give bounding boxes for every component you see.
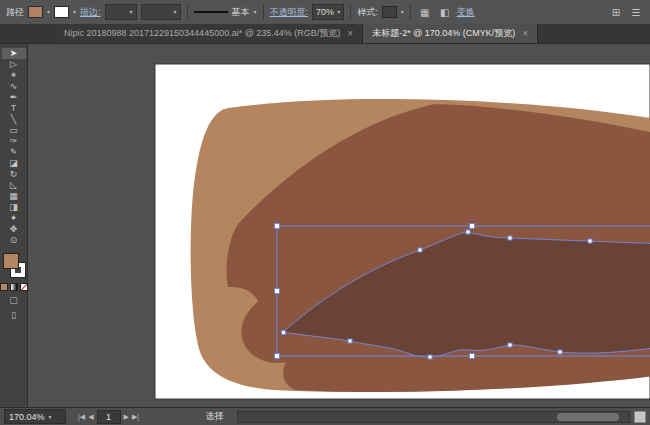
gradient-button[interactable] xyxy=(10,283,18,291)
horizontal-scrollbar[interactable] xyxy=(237,411,630,423)
anchor-point[interactable] xyxy=(282,331,286,335)
brush-stroke-preview xyxy=(194,11,228,13)
gradient-tool[interactable]: ◨ xyxy=(2,202,26,213)
brush-definition-label[interactable]: 基本 xyxy=(232,6,250,19)
opacity-mask-icon[interactable]: ◧ xyxy=(437,5,453,19)
scrollbar-thumb[interactable] xyxy=(557,413,619,421)
first-artboard-icon[interactable]: |◀ xyxy=(78,413,85,421)
selection-handle[interactable] xyxy=(275,224,280,229)
selection-handle[interactable] xyxy=(275,354,280,359)
document-tab-bar: Nipic 20180988 20171229150344445000.ai* … xyxy=(0,24,650,44)
opacity-panel-link[interactable]: 不透明度: xyxy=(270,6,309,19)
chevron-down-icon: ▾ xyxy=(174,9,177,15)
hand-tool[interactable]: ✥ xyxy=(2,224,26,235)
stroke-color-swatch[interactable] xyxy=(54,6,69,18)
screen-mode-button[interactable]: ▯ xyxy=(4,309,24,321)
anchor-point[interactable] xyxy=(508,236,512,240)
mesh-tool[interactable]: ▦ xyxy=(2,191,26,202)
draw-mode-button[interactable]: ▢ xyxy=(4,294,24,306)
chevron-down-icon: ▾ xyxy=(337,9,340,15)
eyedropper-tool[interactable]: ✦ xyxy=(2,213,26,224)
canvas-area[interactable] xyxy=(28,44,650,407)
close-icon[interactable]: × xyxy=(522,28,528,39)
artwork-svg xyxy=(28,44,650,407)
chevron-down-icon: ▾ xyxy=(130,9,133,15)
scale-tool[interactable]: ◺ xyxy=(2,180,26,191)
artboard-navigation: |◀ ◀ 1 ▶ ▶| xyxy=(78,410,139,424)
rectangle-tool[interactable]: ▭ xyxy=(2,125,26,136)
paintbrush-tool[interactable]: ✑ xyxy=(2,136,26,147)
brush-dropdown-arrow[interactable]: ▾ xyxy=(254,9,257,15)
resize-grip[interactable] xyxy=(634,411,646,423)
selection-handle[interactable] xyxy=(470,224,475,229)
anchor-point[interactable] xyxy=(558,350,562,354)
opacity-value: 70% xyxy=(316,7,334,17)
transform-panel-link[interactable]: 变换 xyxy=(457,6,475,19)
divider xyxy=(350,4,351,20)
document-tab-untitled2[interactable]: 未标题-2* @ 170.04% (CMYK/预览) × xyxy=(363,24,538,43)
anchor-point[interactable] xyxy=(348,339,352,343)
selection-tool[interactable]: ➤ xyxy=(2,48,26,59)
recolor-artwork-icon[interactable]: ▦ xyxy=(417,5,433,19)
document-tab-nipic[interactable]: Nipic 20180988 20171229150344445000.ai* … xyxy=(55,24,363,43)
style-dropdown-arrow[interactable]: ▾ xyxy=(401,9,404,15)
control-bar: 路径 ▾ ▾ 描边: ▾ ▾ 基本 ▾ 不透明度: 70%▾ 样式: ▾ ▦ ◧… xyxy=(0,0,650,25)
anchor-point[interactable] xyxy=(418,248,422,252)
eraser-tool[interactable]: ◪ xyxy=(2,158,26,169)
line-tool[interactable]: ╲ xyxy=(2,114,26,125)
arrange-documents-icon[interactable]: ⊞ xyxy=(608,5,624,19)
anchor-point[interactable] xyxy=(588,239,592,243)
last-artboard-icon[interactable]: ▶| xyxy=(132,413,139,421)
divider xyxy=(263,4,264,20)
divider xyxy=(187,4,188,20)
pencil-tool[interactable]: ✎ xyxy=(2,147,26,158)
status-bar: 170.04% ▾ |◀ ◀ 1 ▶ ▶| 选择 xyxy=(0,407,650,425)
anchor-point[interactable] xyxy=(466,230,470,234)
fill-dropdown-arrow[interactable]: ▾ xyxy=(47,9,50,15)
lasso-tool[interactable]: ∿ xyxy=(2,81,26,92)
direct-selection-tool[interactable]: ▷ xyxy=(2,59,26,70)
fill-stroke-indicator[interactable] xyxy=(2,252,26,278)
fill-color-swatch[interactable] xyxy=(28,6,43,18)
previous-artboard-icon[interactable]: ◀ xyxy=(88,413,93,421)
style-label: 样式: xyxy=(357,6,378,19)
stroke-dropdown-arrow[interactable]: ▾ xyxy=(73,9,76,15)
style-swatch[interactable] xyxy=(382,6,397,18)
tab-title: 未标题-2* @ 170.04% (CMYK/预览) xyxy=(372,27,515,40)
panel-menu-icon[interactable]: ☰ xyxy=(628,5,644,19)
none-button[interactable] xyxy=(20,283,28,291)
rotate-tool[interactable]: ↻ xyxy=(2,169,26,180)
stroke-profile-dropdown[interactable]: ▾ xyxy=(141,4,181,20)
zoom-level-dropdown[interactable]: 170.04% ▾ xyxy=(4,409,66,424)
anchor-point[interactable] xyxy=(508,343,512,347)
selection-handle[interactable] xyxy=(470,354,475,359)
zoom-tool[interactable]: ⊙ xyxy=(2,235,26,246)
anchor-point[interactable] xyxy=(428,355,432,359)
close-icon[interactable]: × xyxy=(347,28,353,39)
color-button[interactable] xyxy=(0,283,8,291)
stroke-weight-dropdown[interactable]: ▾ xyxy=(105,4,137,20)
chevron-down-icon: ▾ xyxy=(49,414,52,420)
divider xyxy=(410,4,411,20)
tab-title: Nipic 20180988 20171229150344445000.ai* … xyxy=(64,27,340,40)
opacity-dropdown[interactable]: 70%▾ xyxy=(312,4,344,20)
color-mode-buttons xyxy=(0,283,28,291)
pen-tool[interactable]: ✒ xyxy=(2,92,26,103)
tools-panel: ➤ ▷ ✶ ∿ ✒ T ╲ ▭ ✑ ✎ ◪ ↻ ◺ ▦ ◨ ✦ ✥ ⊙ ▢ ▯ xyxy=(0,44,28,407)
next-artboard-icon[interactable]: ▶ xyxy=(124,413,129,421)
magic-wand-tool[interactable]: ✶ xyxy=(2,70,26,81)
type-tool[interactable]: T xyxy=(2,103,26,114)
selection-handle[interactable] xyxy=(275,289,280,294)
selection-type-label: 路径 xyxy=(6,6,24,19)
stroke-panel-link[interactable]: 描边: xyxy=(80,6,101,19)
current-tool-status: 选择 xyxy=(205,410,223,423)
artboard-number-field[interactable]: 1 xyxy=(97,410,121,424)
illustrator-window: 路径 ▾ ▾ 描边: ▾ ▾ 基本 ▾ 不透明度: 70%▾ 样式: ▾ ▦ ◧… xyxy=(0,0,650,425)
fill-proxy-swatch[interactable] xyxy=(3,253,19,269)
zoom-value: 170.04% xyxy=(9,412,45,422)
